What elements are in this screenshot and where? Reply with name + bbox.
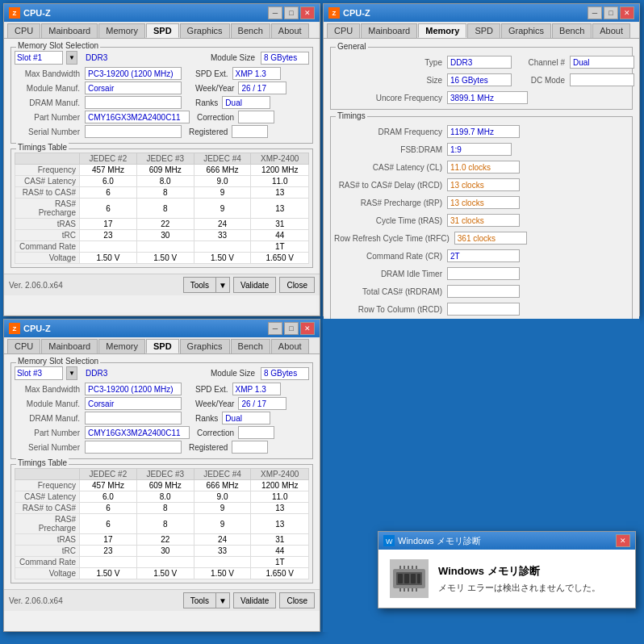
slot-arrow-tl[interactable]: ▼ (66, 51, 77, 65)
tab-bench-tl[interactable]: Bench (231, 23, 270, 38)
row-label-volt-tl: Voltage (15, 253, 80, 264)
tab-memory-tr[interactable]: Memory (418, 23, 466, 38)
notif-body: Windows メモリ診断 メモリ エラーは検出されませんでした。 (378, 550, 635, 608)
tools-arrow-bl[interactable]: ▼ (215, 592, 230, 608)
tools-group-bl[interactable]: Tools ▼ (183, 592, 230, 608)
registered-value-bl (232, 441, 268, 454)
slot-right-tl: Module Size 8 GBytes (208, 52, 309, 65)
ranks-label-tl: Ranks (193, 98, 220, 107)
notif-controls[interactable]: ✕ (616, 534, 630, 547)
max-bw-row-tl: Max Bandwidth PC3-19200 (1200 MHz) SPD E… (15, 67, 309, 80)
tab-memory-bl[interactable]: Memory (98, 339, 145, 353)
tab-spd-tr[interactable]: SPD (467, 23, 500, 38)
tools-btn-tl[interactable]: Tools (183, 277, 215, 293)
minimize-btn-tr[interactable]: ─ (588, 6, 602, 19)
maximize-btn-tl[interactable]: □ (284, 6, 299, 19)
cell-bl: 22 (136, 534, 194, 546)
cpuz-icon-tl: Z (9, 7, 20, 19)
validate-btn-bl[interactable]: Validate (233, 592, 276, 608)
slot-select-tl[interactable]: Slot #1 (15, 51, 63, 65)
notif-close-btn[interactable]: ✕ (616, 534, 630, 547)
title-controls-tl[interactable]: ─ □ ✕ (268, 6, 315, 19)
serial-label-tl: Serial Number (15, 128, 83, 136)
slot-select-bl[interactable]: Slot #3 (15, 366, 63, 380)
slot-row-bl: Slot #3 ▼ DDR3 Module Size 8 GBytes (15, 366, 309, 380)
cpuz-window-top-right[interactable]: Z CPU-Z ─ □ ✕ CPU Mainboard Memory SPD G… (323, 3, 640, 316)
cell-bl: 30 (136, 546, 194, 557)
tab-memory-tl[interactable]: Memory (98, 23, 145, 38)
cpuz-window-bottom-left[interactable]: Z CPU-Z ─ □ ✕ CPU Mainboard Memory SPD G… (3, 319, 320, 632)
max-bw-value-bl: PC3-19200 (1200 MHz) (85, 383, 182, 395)
close-btn-bottom-tl[interactable]: Close (279, 277, 315, 293)
tab-graphics-tr[interactable]: Graphics (501, 23, 551, 38)
content-tl: Memory Slot Selection Slot #1 ▼ DDR3 Mod… (4, 39, 320, 274)
windows-memory-diag-notification[interactable]: W Windows メモリ診断 ✕ (378, 531, 636, 608)
memory-chip-icon (390, 559, 429, 598)
cell-tl (80, 241, 137, 253)
window-title-tl: CPU-Z (23, 8, 51, 18)
minimize-btn-bl[interactable]: ─ (268, 322, 282, 335)
title-controls-bl[interactable]: ─ □ ✕ (268, 322, 315, 335)
close-btn-bl[interactable]: ✕ (300, 322, 315, 335)
tab-mainboard-tr[interactable]: Mainboard (361, 23, 417, 38)
module-size-value-tl: 8 GBytes (261, 52, 309, 65)
tab-spd-bl[interactable]: SPD (146, 339, 179, 353)
maximize-btn-bl[interactable]: □ (284, 322, 299, 335)
svg-rect-16 (412, 588, 413, 592)
tab-graphics-bl[interactable]: Graphics (180, 339, 230, 353)
tab-cpu-bl[interactable]: CPU (7, 339, 40, 353)
tools-arrow-tl[interactable]: ▼ (215, 277, 230, 293)
tab-cpu-tl[interactable]: CPU (7, 23, 40, 38)
timings-label-tr: Timings (336, 111, 367, 120)
tools-group-tl[interactable]: Tools ▼ (183, 277, 230, 293)
cell-bl: 8.0 (136, 491, 194, 503)
cell-bl: 17 (80, 534, 137, 546)
validate-btn-tl[interactable]: Validate (233, 277, 276, 293)
uncore-label-tr: Uncore Frequency (334, 94, 447, 102)
correction-label-bl: Correction (194, 429, 236, 437)
tab-about-tl[interactable]: About (271, 23, 309, 38)
dram-manuf-row-bl: DRAM Manuf. Ranks Dual (15, 412, 309, 424)
minimize-btn-tl[interactable]: ─ (268, 6, 282, 19)
cr-label-tr: Command Rate (CR) (334, 252, 447, 261)
close-btn-tr[interactable]: ✕ (620, 6, 634, 19)
cell-tl: 6 (80, 187, 137, 199)
cycle-row-tr: Cycle Time (tRAS) 31 clocks (334, 214, 629, 227)
tab-about-bl[interactable]: About (271, 339, 309, 353)
cell-bl: 457 MHz (80, 480, 137, 491)
tab-mainboard-bl[interactable]: Mainboard (41, 339, 98, 353)
cell-bl: 666 MHz (194, 480, 251, 491)
size-value-tr: 16 GBytes (447, 73, 512, 86)
cell-tl: 1200 MHz (251, 165, 309, 176)
tab-mainboard-tl[interactable]: Mainboard (41, 23, 98, 38)
notif-main-title: Windows メモリ診断 (438, 564, 624, 579)
cr-row-tr: Command Rate (CR) 2T (334, 249, 629, 262)
slot-arrow-bl[interactable]: ▼ (66, 366, 77, 380)
timings-label-tl: Timings Table (16, 143, 69, 152)
tab-bench-bl[interactable]: Bench (231, 339, 270, 353)
cell-tl: 6 (80, 199, 137, 219)
drami-row-tr: DRAM Idle Timer (334, 267, 629, 280)
serial-value-bl (85, 441, 182, 454)
uncore-row-tr: Uncore Frequency 3899.1 MHz (334, 91, 629, 104)
tab-bench-tr[interactable]: Bench (552, 23, 592, 38)
tools-btn-bl[interactable]: Tools (183, 592, 215, 608)
cpuz-window-top-left[interactable]: Z CPU-Z ─ □ ✕ CPU Mainboard Memory SPD G… (3, 3, 320, 316)
cell-bl: 1200 MHz (251, 480, 309, 491)
tab-graphics-tl[interactable]: Graphics (180, 23, 230, 38)
slot-group-bl: Memory Slot Selection Slot #3 ▼ DDR3 Mod… (10, 362, 313, 459)
cell-bl: 9.0 (194, 491, 251, 503)
title-controls-tr[interactable]: ─ □ ✕ (588, 6, 634, 19)
close-btn-tl[interactable]: ✕ (300, 6, 315, 19)
content-tr: General Type DDR3 Channel # Dual Size 1 (324, 39, 639, 327)
tab-about-tr[interactable]: About (592, 23, 630, 38)
maximize-btn-tr[interactable]: □ (604, 6, 618, 19)
cell-tl: 31 (251, 219, 309, 230)
svg-rect-12 (416, 566, 417, 569)
ranks-value-tl: Dual (222, 96, 270, 109)
dram-freq-row-tr: DRAM Frequency 1199.7 MHz (334, 125, 629, 138)
cell-bl: 11.0 (251, 491, 309, 503)
tab-spd-tl[interactable]: SPD (146, 23, 179, 38)
tab-cpu-tr[interactable]: CPU (327, 23, 360, 38)
close-btn-bottom-bl[interactable]: Close (279, 592, 315, 608)
